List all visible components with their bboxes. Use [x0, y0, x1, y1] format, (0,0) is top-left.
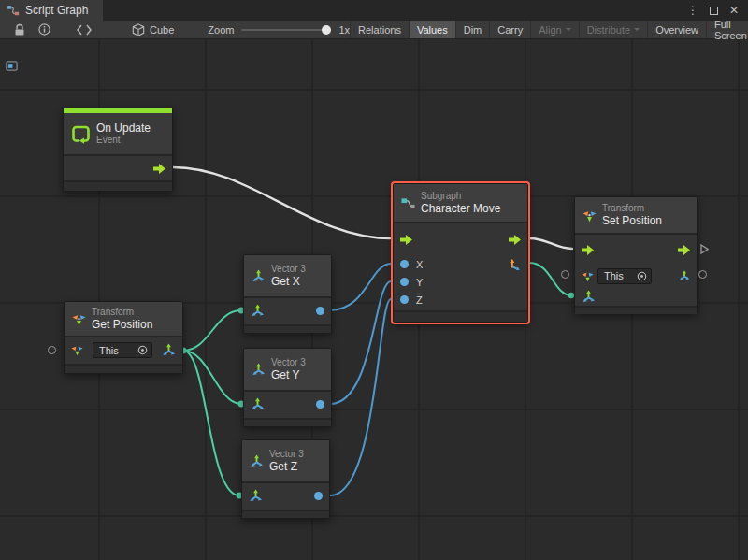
- zoom-value: 1x: [338, 24, 350, 36]
- vector3-output-port[interactable]: [679, 270, 690, 281]
- vector3-value-input-port[interactable]: [582, 290, 596, 304]
- toolbar-buttons: Relations Values Dim Carry Align Distrib…: [350, 21, 748, 38]
- node-set-position[interactable]: Transform Set Position This: [574, 196, 698, 314]
- fullscreen-button[interactable]: Full Screen: [706, 21, 748, 38]
- node-title: Get Z: [269, 460, 304, 473]
- z-input-port[interactable]: [400, 295, 409, 304]
- zoom-slider[interactable]: [241, 29, 331, 31]
- node-type: Vector 3: [269, 449, 304, 460]
- port-label-x: X: [416, 259, 423, 270]
- wire-getposition-to-getx[interactable]: [183, 310, 241, 351]
- node-footer: [394, 310, 527, 322]
- lock-icon[interactable]: [7, 21, 32, 38]
- wire-getz-to-z[interactable]: [330, 299, 391, 495]
- wire-charactermove-to-setposition[interactable]: [529, 238, 572, 249]
- relations-button[interactable]: Relations: [350, 21, 409, 38]
- node-get-position[interactable]: Transform Get Position This: [64, 301, 183, 374]
- flow-output-port[interactable]: [678, 245, 690, 255]
- unconnected-input-port[interactable]: [561, 270, 569, 279]
- distribute-button[interactable]: Distribute: [579, 21, 647, 38]
- object-picker-icon[interactable]: [637, 271, 647, 281]
- target-object-label: Cube: [150, 24, 174, 36]
- unconnected-flow-output[interactable]: [700, 244, 709, 254]
- tab-script-graph[interactable]: Script Graph: [0, 0, 103, 21]
- dim-button[interactable]: Dim: [455, 21, 490, 38]
- wire-onupdate-to-charactermove[interactable]: [173, 167, 390, 238]
- maximize-icon[interactable]: [710, 7, 718, 15]
- zoom-control: Zoom 1x: [208, 24, 350, 36]
- target-input-port[interactable]: [71, 344, 83, 356]
- target-object-field[interactable]: This: [597, 268, 652, 284]
- info-icon[interactable]: [32, 21, 57, 38]
- script-graph-window: Script Graph ⋮ ✕ Cube Zoom 1x Relations …: [0, 0, 748, 560]
- target-input-port[interactable]: [582, 270, 594, 282]
- node-footer: [64, 180, 172, 191]
- values-button[interactable]: Values: [409, 21, 455, 38]
- vector3-icon: [252, 363, 266, 377]
- port-label-z: Z: [416, 294, 423, 306]
- flow-output-port[interactable]: [509, 235, 521, 245]
- graph-inspector-icon[interactable]: [6, 60, 18, 72]
- node-title: Set Position: [602, 214, 662, 227]
- y-input-port[interactable]: [400, 278, 409, 286]
- unconnected-input-port[interactable]: [48, 346, 56, 354]
- overview-button[interactable]: Overview: [647, 21, 706, 38]
- tab-title: Script Graph: [25, 4, 88, 17]
- target-object-field[interactable]: This: [93, 342, 152, 358]
- carry-button[interactable]: Carry: [489, 21, 530, 38]
- on-update-event-icon: [71, 124, 91, 144]
- transform-icon: [72, 312, 86, 326]
- node-character-move[interactable]: Subgraph Character Move X: [393, 183, 528, 323]
- float-output-port[interactable]: [316, 400, 324, 409]
- node-footer: [575, 306, 697, 314]
- vector3-icon: [252, 269, 266, 283]
- node-type: Transform: [602, 203, 662, 214]
- node-type: Transform: [92, 307, 152, 318]
- node-get-z[interactable]: Vector 3 Get Z: [241, 439, 330, 519]
- node-footer: [65, 364, 182, 373]
- target-object-picker[interactable]: Cube: [122, 21, 183, 38]
- align-button[interactable]: Align: [530, 21, 578, 38]
- vector3-input-port[interactable]: [251, 304, 265, 318]
- vector3-input-port[interactable]: [249, 489, 263, 503]
- flow-input-port[interactable]: [582, 245, 594, 255]
- vector3-output-port[interactable]: [162, 343, 176, 357]
- flow-input-port[interactable]: [400, 235, 412, 245]
- code-icon[interactable]: [70, 21, 98, 38]
- menu-icon[interactable]: ⋮: [687, 5, 698, 16]
- cube-icon: [132, 23, 145, 36]
- node-get-x[interactable]: Vector 3 Get X: [243, 254, 332, 334]
- x-input-port[interactable]: [400, 260, 409, 268]
- transform-icon: [583, 208, 597, 223]
- dropdown-arrow-icon: [634, 28, 640, 34]
- node-title: Character Move: [421, 202, 500, 215]
- node-footer: [244, 324, 331, 333]
- float-output-port[interactable]: [316, 307, 324, 315]
- vector3-icon: [250, 454, 264, 468]
- wire-getx-to-x[interactable]: [330, 264, 391, 310]
- vector3-output-port[interactable]: [508, 258, 521, 271]
- zoom-slider-handle[interactable]: [322, 25, 331, 35]
- script-graph-icon: [7, 4, 20, 17]
- node-title: Get Y: [271, 368, 306, 381]
- node-on-update[interactable]: On Update Event: [63, 108, 173, 192]
- target-object-value: This: [99, 345, 119, 356]
- subgraph-icon: [401, 196, 415, 210]
- graph-canvas[interactable]: On Update Event Transform Get Position: [0, 39, 748, 560]
- node-subtitle: Event: [96, 135, 151, 146]
- unconnected-output-port[interactable]: [698, 270, 707, 279]
- flow-output-port[interactable]: [153, 164, 165, 174]
- float-output-port[interactable]: [314, 492, 323, 500]
- close-icon[interactable]: ✕: [729, 5, 739, 16]
- wire-charactermove-to-setposition-value[interactable]: [529, 263, 571, 295]
- node-type: Vector 3: [271, 357, 306, 368]
- zoom-label: Zoom: [208, 24, 234, 36]
- node-get-y[interactable]: Vector 3 Get Y: [243, 348, 332, 427]
- object-picker-icon[interactable]: [137, 345, 148, 355]
- graph-toolbar: Cube Zoom 1x Relations Values Dim Carry …: [0, 21, 748, 39]
- node-title: Get X: [271, 275, 306, 288]
- vector3-input-port[interactable]: [251, 397, 265, 411]
- node-title: Get Position: [92, 318, 152, 331]
- wire-getposition-to-getz[interactable]: [183, 351, 239, 495]
- target-object-value: This: [604, 270, 624, 281]
